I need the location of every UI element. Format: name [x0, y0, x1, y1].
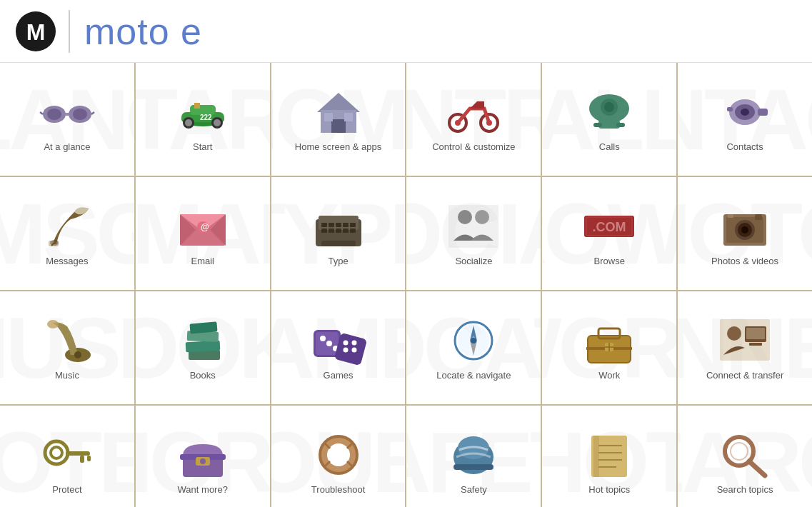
svg-point-29	[604, 102, 614, 112]
calls-label: Calls	[596, 141, 623, 152]
grid-cell-at-a-glance[interactable]: GLANCE At a glance	[0, 63, 134, 176]
svg-rect-110	[66, 451, 90, 456]
troubleshoot-label: Troubleshoot	[309, 484, 368, 495]
grid-cell-books[interactable]: BOOKS Books	[136, 291, 270, 404]
svg-rect-32	[616, 123, 625, 127]
svg-point-26	[486, 120, 492, 126]
hot-topics-label: Hot topics	[586, 484, 633, 495]
games-icon	[310, 316, 367, 366]
browse-label: Browse	[591, 256, 628, 266]
topic-grid: GLANCE At a glanceSTART 222 StartHOME Ho…	[0, 63, 812, 507]
messages-icon	[39, 201, 96, 251]
brand-title: moto e	[84, 10, 202, 53]
grid-cell-games[interactable]: GAMES Games	[271, 291, 406, 404]
svg-rect-37	[727, 107, 733, 111]
grid-cell-connect-transfer[interactable]: CONNECT Connect & transfer	[678, 291, 812, 404]
control-customize-label: Control & customize	[429, 141, 518, 152]
svg-rect-4	[66, 113, 69, 116]
locate-navigate-icon	[445, 316, 502, 366]
grid-cell-locate-navigate[interactable]: LOCATE Locate & navigate	[406, 291, 541, 404]
svg-point-71	[741, 226, 748, 234]
svg-point-90	[351, 347, 356, 352]
grid-cell-calls[interactable]: CALLS Calls	[542, 63, 676, 176]
header: M moto e	[0, 0, 812, 63]
home-screen-apps-icon	[310, 87, 367, 137]
grid-cell-browse[interactable]: BROWSE .COM Browse	[542, 177, 676, 290]
svg-point-8	[73, 109, 87, 120]
svg-rect-31	[593, 123, 602, 127]
music-icon	[39, 316, 96, 366]
grid-cell-start[interactable]: START 222 Start	[136, 63, 270, 176]
svg-point-76	[74, 351, 81, 358]
grid-cell-home-screen-apps[interactable]: HOME Home screen & apps	[271, 63, 406, 176]
svg-point-25	[455, 120, 461, 126]
svg-point-13	[185, 119, 192, 126]
grid-cell-type[interactable]: TYPE Type	[271, 177, 406, 290]
grid-cell-hot-topics[interactable]: HOT Hot topics	[542, 406, 676, 507]
socialize-label: Socialize	[452, 256, 495, 266]
at-a-glance-icon	[39, 87, 96, 137]
svg-point-104	[727, 326, 741, 341]
svg-rect-58	[336, 229, 341, 233]
type-label: Type	[325, 256, 351, 266]
svg-point-62	[458, 210, 472, 224]
books-icon	[174, 316, 231, 366]
svg-rect-40	[49, 241, 59, 246]
photos-videos-label: Photos & videos	[708, 256, 781, 266]
grid-cell-safety[interactable]: SAFETY Safety	[406, 406, 541, 507]
svg-text:@: @	[201, 222, 209, 232]
grid-cell-messages[interactable]: MSG Messages	[0, 177, 134, 290]
svg-point-7	[47, 109, 61, 120]
svg-rect-36	[758, 109, 768, 116]
svg-point-63	[475, 210, 489, 224]
svg-rect-73	[728, 214, 733, 218]
svg-text:222: 222	[200, 114, 212, 121]
svg-rect-106	[746, 328, 765, 339]
svg-point-95	[471, 338, 476, 343]
grid-cell-contacts[interactable]: CONTACTS Contacts	[678, 63, 812, 176]
svg-point-131	[731, 443, 748, 460]
svg-rect-72	[755, 214, 762, 220]
want-more-icon	[174, 430, 231, 480]
grid-cell-photos-videos[interactable]: PHOTOS Photos & videos	[678, 177, 812, 290]
messages-label: Messages	[43, 256, 91, 266]
svg-rect-78	[185, 340, 220, 351]
svg-point-116	[200, 458, 206, 464]
svg-point-118	[327, 443, 350, 466]
svg-rect-112	[87, 456, 91, 461]
brand-text: moto e	[84, 11, 202, 52]
home-screen-apps-label: Home screen & apps	[292, 141, 384, 152]
svg-rect-55	[350, 223, 356, 227]
calls-icon	[581, 87, 638, 137]
svg-text:.COM: .COM	[593, 220, 626, 234]
grid-cell-work[interactable]: WORK Work	[542, 291, 676, 404]
start-icon: 222	[174, 87, 231, 137]
type-icon	[310, 201, 367, 251]
svg-point-109	[51, 447, 62, 458]
search-topics-icon	[716, 430, 773, 480]
svg-rect-56	[321, 229, 327, 233]
hot-topics-icon	[581, 430, 638, 480]
svg-rect-111	[80, 456, 84, 463]
grid-cell-control-customize[interactable]: CONTROL Control & customize	[406, 63, 541, 176]
svg-rect-53	[336, 223, 341, 227]
svg-point-87	[343, 340, 348, 345]
grid-cell-socialize[interactable]: SOCIAL Socialize	[406, 177, 541, 290]
svg-point-89	[343, 347, 348, 352]
grid-cell-search-topics[interactable]: SEARCH Search topics	[678, 406, 812, 507]
svg-point-75	[47, 320, 59, 328]
grid-cell-want-more[interactable]: MORE Want more?	[136, 406, 270, 507]
motorola-logo: M	[14, 10, 57, 53]
grid-cell-email[interactable]: EMAIL @ Email	[136, 177, 270, 290]
grid-cell-music[interactable]: MUSIC Music	[0, 291, 134, 404]
header-divider	[69, 10, 70, 53]
svg-point-15	[214, 119, 221, 126]
svg-rect-20	[331, 119, 346, 133]
grid-cell-protect[interactable]: PROTECT Protect	[0, 406, 134, 507]
books-label: Books	[187, 370, 219, 381]
connect-transfer-label: Connect & transfer	[703, 370, 786, 381]
grid-cell-troubleshoot[interactable]: TROUBLE Troubleshoot	[271, 406, 406, 507]
safety-icon	[445, 430, 502, 480]
svg-line-5	[40, 112, 43, 114]
want-more-label: Want more?	[175, 484, 231, 495]
